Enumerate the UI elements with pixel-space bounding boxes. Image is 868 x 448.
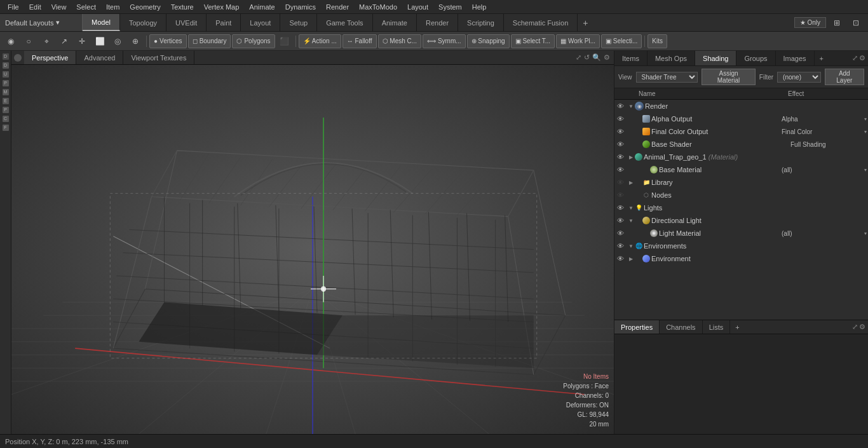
panel-tab-mesh-ops[interactable]: Mesh Ops — [648, 51, 695, 65]
menu-file[interactable]: File — [3, 2, 24, 12]
falloff-button[interactable]: ↔ Falloff — [342, 34, 377, 48]
symm-button[interactable]: ⟺ Symm... — [423, 34, 465, 48]
eye-environments[interactable]: 👁 — [616, 242, 625, 250]
vp-tab-advanced[interactable]: Advanced — [76, 51, 123, 64]
tab-scripting[interactable]: Scripting — [458, 14, 504, 31]
snapping-button[interactable]: ⊕ Snapping — [467, 34, 510, 48]
prop-tab-channels[interactable]: Channels — [660, 320, 702, 334]
panel-icon-settings[interactable]: ⚙ — [859, 54, 865, 62]
sidebar-tool-9[interactable]: F — [3, 125, 9, 131]
panel-tab-plus[interactable]: + — [815, 51, 829, 65]
eye-animal-trap[interactable]: 👁 — [616, 153, 625, 161]
prop-icon-expand[interactable]: ⤢ — [852, 323, 858, 331]
vp-icon-4[interactable]: ⚙ — [604, 53, 610, 62]
filter-select[interactable]: (none) — [777, 72, 820, 83]
tab-topology[interactable]: Topology — [120, 14, 166, 31]
tab-schematic-fusion[interactable]: Schematic Fusion — [504, 14, 578, 31]
eye-light-material[interactable]: 👁 — [616, 229, 625, 237]
tree-row-nodes[interactable]: 👁 ▶ ⬡ Nodes — [614, 189, 868, 201]
sidebar-tool-7[interactable]: P — [3, 107, 9, 113]
panel-icon-expand[interactable]: ⤢ — [852, 54, 858, 62]
vertices-button[interactable]: ● Vertices — [149, 34, 187, 48]
vp-tab-textures[interactable]: Viewport Textures — [123, 51, 194, 64]
tab-animate[interactable]: Animate — [373, 14, 417, 31]
eye-nodes[interactable]: 👁 — [616, 191, 625, 199]
viewport-3d[interactable]: No Items Polygons : Face Channels: 0 Def… — [11, 65, 614, 434]
vp-icon-1[interactable]: ⤢ — [576, 53, 581, 62]
arrow-environment[interactable]: ▶ — [627, 256, 635, 262]
sidebar-tool-2[interactable]: D — [3, 62, 9, 69]
vp-icon-2[interactable]: ↺ — [584, 53, 590, 62]
eye-directional-light[interactable]: 👁 — [616, 217, 625, 224]
menu-layout[interactable]: Layout — [402, 2, 433, 12]
tree-row-alpha[interactable]: 👁 ▶ Alpha Output Alpha ▾ — [614, 112, 868, 125]
eye-base-shader[interactable]: 👁 — [616, 140, 625, 148]
tree-row-light-material[interactable]: 👁 ▶ Light Material (all) ▾ — [614, 227, 868, 240]
toggle-icon[interactable]: ◉ — [3, 34, 19, 48]
menu-maxtomodo[interactable]: MaxToModo — [354, 2, 402, 12]
prop-tab-lists[interactable]: Lists — [703, 320, 731, 334]
star-only-button[interactable]: ★ Only — [794, 17, 826, 28]
prop-icon-settings[interactable]: ⚙ — [859, 323, 865, 331]
base-material-dropdown[interactable]: ▾ — [858, 167, 867, 173]
eye-base-material[interactable]: 👁 — [616, 166, 625, 173]
ring-icon[interactable]: ◎ — [109, 34, 126, 48]
tree-row-directional-light[interactable]: 👁 ▼ Directional Light — [614, 214, 868, 227]
arrow-directional-light[interactable]: ▼ — [627, 218, 635, 224]
menu-system[interactable]: System — [433, 2, 467, 12]
sidebar-tool-3[interactable]: U — [3, 71, 9, 78]
more-icon[interactable]: ⬛ — [276, 34, 293, 48]
menu-animate[interactable]: Animate — [244, 2, 280, 12]
assign-material-button[interactable]: Assign Material — [702, 69, 756, 85]
vp-tab-perspective[interactable]: Perspective — [24, 51, 76, 64]
polygons-button[interactable]: ⬡ Polygons — [232, 34, 275, 48]
tab-paint[interactable]: Paint — [207, 14, 241, 31]
eye-alpha[interactable]: 👁 — [616, 115, 625, 123]
panel-tab-groups[interactable]: Groups — [736, 51, 775, 65]
add-layer-button[interactable]: Add Layer — [825, 69, 864, 85]
menu-render[interactable]: Render — [321, 2, 354, 12]
prop-tab-plus[interactable]: + — [730, 320, 744, 334]
tree-row-animal-trap[interactable]: 👁 ▶ Animal_Trap_geo_1 (Material) — [614, 151, 868, 163]
tab-render[interactable]: Render — [417, 14, 458, 31]
tree-row-lights[interactable]: 👁 ▼ 💡 Lights — [614, 201, 868, 214]
menu-texture[interactable]: Texture — [166, 2, 199, 12]
eye-library[interactable]: 👁 — [616, 179, 625, 186]
move-icon[interactable]: ✛ — [74, 34, 90, 48]
menu-geometry[interactable]: Geometry — [125, 2, 165, 12]
sidebar-tool-4[interactable]: P — [3, 80, 9, 86]
tree-row-environment[interactable]: 👁 ▶ Environment — [614, 252, 868, 265]
arrow-environments[interactable]: ▼ — [627, 243, 635, 249]
tree-row-render[interactable]: 👁 ▼ ◉ Render — [614, 100, 868, 112]
eye-lights[interactable]: 👁 — [616, 204, 625, 212]
menu-view[interactable]: View — [46, 2, 72, 12]
action-button[interactable]: ⚡ Action ... — [299, 34, 341, 48]
select-icon[interactable]: ↗ — [56, 34, 72, 48]
menu-edit[interactable]: Edit — [24, 2, 46, 12]
mesh-c-button[interactable]: ⬡ Mesh C... — [378, 34, 422, 48]
tree-row-library[interactable]: 👁 ▶ 📁 Library — [614, 176, 868, 189]
menu-select[interactable]: Select — [71, 2, 101, 12]
tab-uvedit[interactable]: UVEdit — [166, 14, 207, 31]
sidebar-tool-8[interactable]: C — [3, 116, 9, 122]
light-material-dropdown[interactable]: ▾ — [858, 231, 867, 236]
tab-setup[interactable]: Setup — [280, 14, 317, 31]
alpha-dropdown[interactable]: ▾ — [858, 116, 867, 122]
view-select[interactable]: Shader Tree — [636, 72, 698, 83]
square-icon[interactable]: ⬜ — [92, 34, 108, 48]
layout-dropdown[interactable]: Default Layouts ▾ — [0, 14, 83, 31]
arrow-render[interactable]: ▼ — [627, 104, 635, 109]
eye-final-color[interactable]: 👁 — [616, 128, 625, 135]
menu-item[interactable]: Item — [101, 2, 125, 12]
arrow-library[interactable]: ▶ — [627, 180, 635, 186]
kits-button[interactable]: Kits — [648, 34, 667, 48]
tree-row-base-shader[interactable]: 👁 ▶ Base Shader Full Shading — [614, 138, 868, 151]
prop-tab-properties[interactable]: Properties — [614, 320, 660, 334]
boundary-button[interactable]: ◻ Boundary — [188, 34, 231, 48]
tab-game-tools[interactable]: Game Tools — [317, 14, 373, 31]
tab-plus[interactable]: + — [578, 14, 593, 31]
window-icon[interactable]: ⊡ — [848, 16, 864, 30]
arrow-animal-trap[interactable]: ▶ — [627, 154, 635, 160]
tree-row-environments[interactable]: 👁 ▼ 🌐 Environments — [614, 240, 868, 252]
tab-layout[interactable]: Layout — [241, 14, 280, 31]
